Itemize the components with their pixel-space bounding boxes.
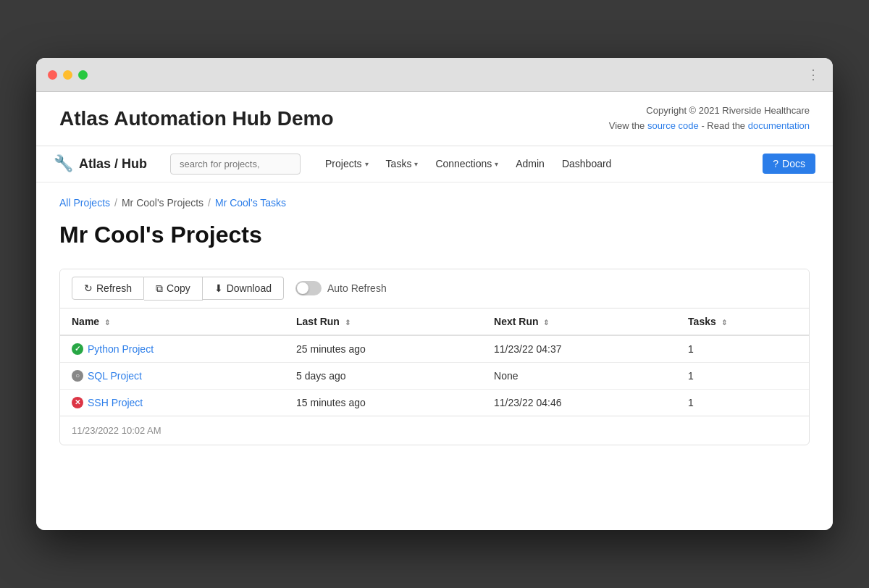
download-icon: ⬇ [214,282,223,294]
last-run-cell: 5 days ago [285,362,482,389]
nav-connections-label: Connections [435,158,492,169]
col-last-run[interactable]: Last Run ⇕ [285,308,482,335]
app-top-bar: Atlas Automation Hub Demo Copyright © 20… [36,92,833,146]
tasks-cell: 1 [676,362,809,389]
auto-refresh-label: Auto Refresh [327,282,387,294]
breadcrumb-tasks[interactable]: Mr Cool's Tasks [215,197,286,209]
nav-item-projects[interactable]: Projects ▾ [318,154,376,174]
breadcrumb-sep2: / [208,197,211,209]
refresh-icon: ↻ [84,282,93,294]
chevron-down-icon: ▾ [414,160,418,168]
sort-icon-last-run: ⇕ [345,319,350,327]
copyright-line2: View the source code - Read the document… [609,119,810,134]
nav-tasks-label: Tasks [386,158,412,169]
nav-items: Projects ▾ Tasks ▾ Connections ▾ Admin D… [318,154,618,174]
breadcrumb-sep1: / [114,197,117,209]
question-icon: ? [773,158,778,169]
table-row: ○ SQL Project 5 days agoNone1 [60,362,809,389]
docs-label: Docs [782,158,805,169]
nav-item-admin[interactable]: Admin [508,154,552,174]
last-run-cell: 25 minutes ago [285,335,482,363]
auto-refresh-toggle[interactable] [295,281,322,295]
window-menu-icon[interactable]: ⋮ [807,67,821,83]
copyright-mid: - Read the [699,120,748,131]
copy-button[interactable]: ⧉ Copy [144,277,203,301]
project-name-cell: ✕ SSH Project [60,389,285,416]
table-header-row: Name ⇕ Last Run ⇕ Next Run ⇕ Tasks [60,308,809,335]
project-link[interactable]: ○ SQL Project [72,370,273,382]
nav-item-dashboard[interactable]: Dashboard [555,154,619,174]
source-code-link[interactable]: source code [647,120,699,131]
search-input[interactable] [170,154,301,175]
nav-item-tasks[interactable]: Tasks ▾ [379,154,426,174]
next-run-cell: 11/23/22 04:46 [482,389,676,416]
nav-item-connections[interactable]: Connections ▾ [428,154,505,174]
sort-icon-tasks: ⇕ [721,319,727,327]
table-row: ✕ SSH Project 15 minutes ago11/23/22 04:… [60,389,809,416]
nav-dashboard-label: Dashboard [562,158,612,169]
app-copyright: Copyright © 2021 Riverside Healthcare Vi… [609,104,810,134]
minimize-button[interactable] [63,70,72,80]
project-name: Python Project [88,343,154,355]
tasks-cell: 1 [676,389,809,416]
projects-table: Name ⇕ Last Run ⇕ Next Run ⇕ Tasks [60,308,809,416]
logo-text: Atlas / Hub [79,156,147,172]
auto-refresh-area: Auto Refresh [295,281,387,295]
page-title: Mr Cool's Projects [59,222,810,248]
documentation-link[interactable]: documentation [748,120,810,131]
breadcrumb-all-projects[interactable]: All Projects [59,197,110,209]
last-run-cell: 15 minutes ago [285,389,482,416]
docs-button[interactable]: ? Docs [763,154,815,174]
refresh-label: Refresh [96,282,132,294]
col-tasks[interactable]: Tasks ⇕ [676,308,809,335]
breadcrumb: All Projects / Mr Cool's Projects / Mr C… [59,197,810,209]
nav-admin-label: Admin [516,158,545,169]
download-button[interactable]: ⬇ Download [203,277,284,300]
table-timestamp: 11/23/2022 10:02 AM [72,425,161,436]
status-icon: ○ [72,370,83,382]
project-name-cell: ○ SQL Project [60,362,285,389]
breadcrumb-current: Mr Cool's Projects [122,197,203,209]
project-name-cell: ✓ Python Project [60,335,285,363]
table-toolbar: ↻ Refresh ⧉ Copy ⬇ Download Auto Refresh [60,269,809,308]
logo-icon: 🔧 [54,154,73,173]
refresh-button[interactable]: ↻ Refresh [72,277,144,300]
project-link[interactable]: ✓ Python Project [72,343,273,355]
mac-window: ⋮ Atlas Automation Hub Demo Copyright © … [36,58,833,530]
project-name: SSH Project [88,397,143,408]
sort-icon-next-run: ⇕ [543,319,549,327]
status-icon: ✕ [72,397,83,408]
status-icon: ✓ [72,343,83,355]
project-name: SQL Project [88,370,142,382]
project-link[interactable]: ✕ SSH Project [72,397,273,408]
col-name[interactable]: Name ⇕ [60,308,285,335]
sort-icon-name: ⇕ [104,319,110,327]
main-content: All Projects / Mr Cool's Projects / Mr C… [36,182,833,530]
table-footer: 11/23/2022 10:02 AM [60,416,809,445]
next-run-cell: None [482,362,676,389]
maximize-button[interactable] [78,70,88,80]
copyright-prefix: View the [609,120,647,131]
table-card: ↻ Refresh ⧉ Copy ⬇ Download Auto Refresh [59,269,810,445]
app-title: Atlas Automation Hub Demo [59,107,334,130]
traffic-lights [48,70,88,80]
col-next-run[interactable]: Next Run ⇕ [482,308,676,335]
copyright-line1: Copyright © 2021 Riverside Healthcare [609,104,810,119]
tasks-cell: 1 [676,335,809,363]
close-button[interactable] [48,70,57,80]
chevron-down-icon: ▾ [365,160,369,168]
next-run-cell: 11/23/22 04:37 [482,335,676,363]
table-row: ✓ Python Project 25 minutes ago11/23/22 … [60,335,809,363]
title-bar: ⋮ [36,58,833,92]
nav-projects-label: Projects [325,158,362,169]
copy-label: Copy [167,282,190,294]
download-label: Download [227,282,272,294]
chevron-down-icon: ▾ [495,160,498,168]
logo-area: 🔧 Atlas / Hub [54,154,147,173]
copy-icon: ⧉ [156,282,163,295]
nav-bar: 🔧 Atlas / Hub Projects ▾ Tasks ▾ Connect… [36,146,833,182]
